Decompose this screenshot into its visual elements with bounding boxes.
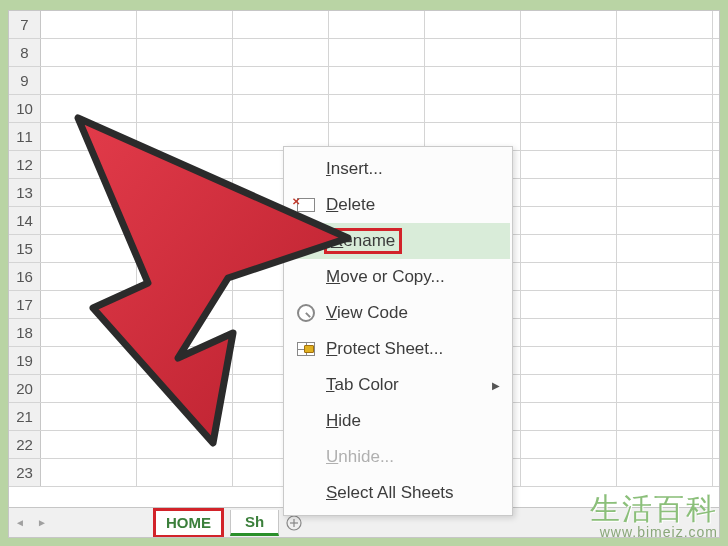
cell[interactable] [521, 39, 617, 66]
cell[interactable] [137, 263, 233, 290]
cell[interactable] [521, 459, 617, 486]
cell[interactable] [617, 403, 713, 430]
cell[interactable] [521, 291, 617, 318]
cell[interactable] [713, 179, 720, 206]
cell[interactable] [521, 151, 617, 178]
row-header[interactable]: 10 [9, 95, 41, 122]
cell[interactable] [713, 11, 720, 38]
cell[interactable] [329, 95, 425, 122]
cell[interactable] [617, 95, 713, 122]
cell[interactable] [617, 263, 713, 290]
cell[interactable] [137, 403, 233, 430]
cell[interactable] [41, 207, 137, 234]
row-header[interactable]: 21 [9, 403, 41, 430]
row-header[interactable]: 12 [9, 151, 41, 178]
cell[interactable] [41, 347, 137, 374]
cell[interactable] [521, 179, 617, 206]
cell[interactable] [617, 291, 713, 318]
row-header[interactable]: 13 [9, 179, 41, 206]
cell[interactable] [713, 67, 720, 94]
cell[interactable] [137, 123, 233, 150]
row-header[interactable]: 22 [9, 431, 41, 458]
cell[interactable] [713, 319, 720, 346]
cell[interactable] [713, 459, 720, 486]
sheet-tab-home[interactable]: HOME [153, 508, 224, 538]
row-header[interactable]: 11 [9, 123, 41, 150]
cell[interactable] [521, 207, 617, 234]
cell[interactable] [137, 39, 233, 66]
ctx-view-code[interactable]: View Code [286, 295, 510, 331]
cell[interactable] [713, 95, 720, 122]
cell[interactable] [425, 95, 521, 122]
cell[interactable] [521, 347, 617, 374]
ctx-delete[interactable]: Delete [286, 187, 510, 223]
cell[interactable] [41, 67, 137, 94]
cell[interactable] [329, 11, 425, 38]
cell[interactable] [425, 11, 521, 38]
cell[interactable] [137, 95, 233, 122]
cell[interactable] [521, 235, 617, 262]
cell[interactable] [521, 67, 617, 94]
ctx-hide[interactable]: Hide [286, 403, 510, 439]
ctx-move-copy[interactable]: Move or Copy... [286, 259, 510, 295]
cell[interactable] [713, 403, 720, 430]
cell[interactable] [521, 375, 617, 402]
row-header[interactable]: 17 [9, 291, 41, 318]
cell[interactable] [617, 431, 713, 458]
cell[interactable] [41, 291, 137, 318]
cell[interactable] [137, 179, 233, 206]
row-header[interactable]: 8 [9, 39, 41, 66]
cell[interactable] [617, 347, 713, 374]
cell[interactable] [137, 375, 233, 402]
cell[interactable] [137, 11, 233, 38]
row-header[interactable]: 20 [9, 375, 41, 402]
cell[interactable] [521, 95, 617, 122]
row-header[interactable]: 19 [9, 347, 41, 374]
cell[interactable] [233, 67, 329, 94]
cell[interactable] [713, 431, 720, 458]
cell[interactable] [137, 151, 233, 178]
cell[interactable] [137, 347, 233, 374]
cell[interactable] [329, 67, 425, 94]
cell[interactable] [713, 151, 720, 178]
cell[interactable] [521, 11, 617, 38]
cell[interactable] [617, 207, 713, 234]
cell[interactable] [41, 263, 137, 290]
cell[interactable] [521, 263, 617, 290]
cell[interactable] [233, 11, 329, 38]
cell[interactable] [41, 95, 137, 122]
cell[interactable] [425, 39, 521, 66]
cell[interactable] [617, 319, 713, 346]
cell[interactable] [41, 459, 137, 486]
cell[interactable] [617, 39, 713, 66]
row-header[interactable]: 15 [9, 235, 41, 262]
cell[interactable] [137, 319, 233, 346]
ctx-insert[interactable]: Insert... [286, 151, 510, 187]
cell[interactable] [713, 235, 720, 262]
row-header[interactable]: 18 [9, 319, 41, 346]
cell[interactable] [713, 207, 720, 234]
cell[interactable] [617, 459, 713, 486]
row-header[interactable]: 9 [9, 67, 41, 94]
ctx-tab-color[interactable]: Tab Color ▶ [286, 367, 510, 403]
cell[interactable] [617, 11, 713, 38]
cell[interactable] [233, 39, 329, 66]
cell[interactable] [713, 291, 720, 318]
cell[interactable] [521, 123, 617, 150]
tab-nav-next[interactable]: ► [31, 509, 53, 537]
cell[interactable] [617, 151, 713, 178]
ctx-protect-sheet[interactable]: Protect Sheet... [286, 331, 510, 367]
cell[interactable] [137, 431, 233, 458]
cell[interactable] [617, 235, 713, 262]
sheet-tab-2[interactable]: Sh [230, 510, 279, 536]
cell[interactable] [233, 95, 329, 122]
cell[interactable] [41, 11, 137, 38]
cell[interactable] [617, 375, 713, 402]
row-header[interactable]: 23 [9, 459, 41, 486]
cell[interactable] [713, 123, 720, 150]
cell[interactable] [41, 375, 137, 402]
cell[interactable] [329, 39, 425, 66]
cell[interactable] [41, 319, 137, 346]
cell[interactable] [713, 39, 720, 66]
cell[interactable] [137, 235, 233, 262]
